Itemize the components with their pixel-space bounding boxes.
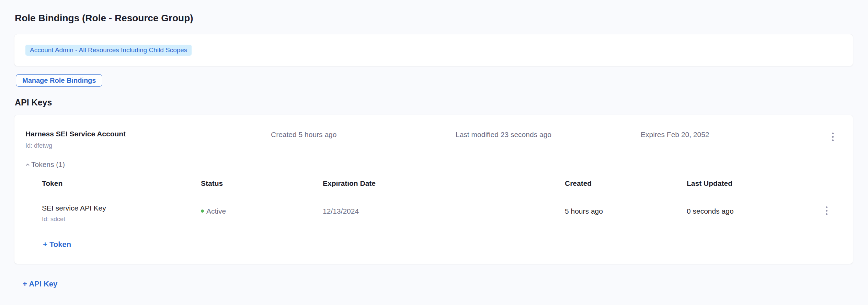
token-id: Id: sdcet: [42, 215, 65, 223]
chevron-up-icon: [25, 162, 31, 168]
token-status-label: Active: [206, 207, 226, 215]
api-key-created-label: Created 5 hours ago: [271, 130, 336, 139]
api-key-card: Harness SEI Service Account Id: dfetwg C…: [14, 115, 853, 264]
kebab-menu-icon: [826, 206, 827, 208]
token-last-updated: 0 seconds ago: [687, 207, 734, 215]
account-access-page: Role Bindings (Role - Resource Group) Ac…: [0, 0, 868, 305]
role-bindings-card: Account Admin - All Resources Including …: [14, 34, 853, 66]
token-expiration-date: 12/13/2024: [323, 207, 359, 215]
kebab-menu-icon: [826, 210, 827, 212]
manage-role-bindings-button[interactable]: Manage Role Bindings: [16, 74, 102, 87]
column-header-expiration-date: Expiration Date: [323, 179, 376, 188]
kebab-menu-icon: [832, 139, 834, 141]
column-header-created: Created: [565, 179, 592, 188]
kebab-menu-icon: [826, 213, 827, 215]
page-title: Role Bindings (Role - Resource Group): [15, 12, 193, 24]
add-token-button[interactable]: + Token: [43, 240, 71, 249]
table-row-divider: [31, 228, 841, 228]
kebab-menu-icon: [832, 136, 834, 138]
column-header-status: Status: [201, 179, 223, 188]
tokens-toggle[interactable]: Tokens (1): [25, 160, 65, 169]
active-status-dot-icon: [201, 210, 204, 213]
role-binding-badge: Account Admin - All Resources Including …: [25, 45, 192, 56]
api-keys-heading: API Keys: [15, 98, 52, 108]
service-account-id: Id: dfetwg: [25, 142, 52, 149]
tokens-toggle-label: Tokens (1): [31, 160, 65, 169]
token-name: SEI service API Key: [42, 204, 106, 212]
table-header-divider: [31, 195, 841, 195]
api-key-menu-button[interactable]: [826, 130, 840, 144]
api-key-last-modified-label: Last modified 23 seconds ago: [456, 130, 551, 139]
token-created: 5 hours ago: [565, 207, 603, 215]
token-menu-button[interactable]: [820, 204, 833, 217]
add-api-key-button[interactable]: + API Key: [23, 280, 57, 289]
column-header-token: Token: [42, 179, 62, 188]
kebab-menu-icon: [832, 133, 834, 134]
column-header-last-updated: Last Updated: [687, 179, 732, 188]
token-status-cell: Active: [201, 207, 226, 215]
api-key-expires-label: Expires Feb 20, 2052: [641, 130, 709, 139]
service-account-name: Harness SEI Service Account: [25, 129, 126, 138]
